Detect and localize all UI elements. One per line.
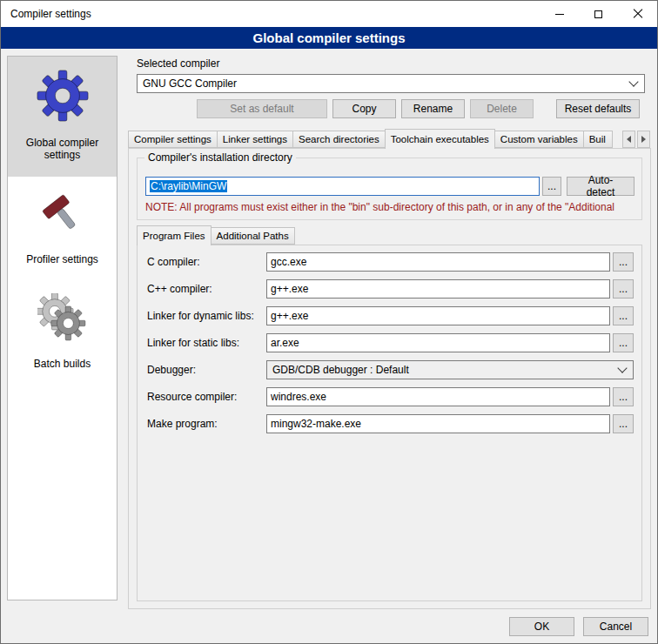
static-linker-input[interactable]	[266, 333, 610, 352]
form-row: Make program: ...	[138, 414, 641, 433]
tab-build-options-truncated[interactable]: Buil	[583, 131, 613, 148]
ok-button[interactable]: OK	[509, 617, 574, 636]
window-title: Compiler settings	[1, 8, 91, 20]
batch-builds-gears-icon	[37, 293, 88, 344]
resource-compiler-input[interactable]	[266, 387, 610, 406]
static-linker-label: Linker for static libs:	[147, 337, 239, 349]
form-row: Linker for dynamic libs: ...	[138, 306, 641, 325]
toolchain-executables-panel: Compiler's installation directory C:\ray…	[128, 148, 651, 609]
sidebar-item-profiler-settings[interactable]: Profiler settings	[8, 177, 117, 281]
cpp-compiler-input[interactable]	[266, 279, 610, 299]
installation-directory-groupbox: Compiler's installation directory C:\ray…	[137, 158, 642, 220]
profiler-hammer-icon	[37, 189, 88, 239]
browse-cpp-compiler-button[interactable]: ...	[613, 279, 634, 299]
tab-scroll-left-button[interactable]	[622, 131, 635, 148]
debugger-select[interactable]: GDB/CDB debugger : Default	[266, 360, 634, 379]
tab-scroll-buttons	[622, 131, 650, 148]
copy-button[interactable]: Copy	[332, 99, 396, 118]
browse-install-dir-button[interactable]: ...	[542, 177, 561, 196]
cancel-button[interactable]: Cancel	[583, 617, 648, 636]
form-row: C++ compiler: ...	[138, 279, 641, 299]
arrow-left-icon	[627, 136, 631, 143]
selected-compiler-label: Selected compiler	[137, 57, 219, 70]
installation-directory-input[interactable]: C:\raylib\MinGW	[145, 177, 540, 196]
browse-resource-compiler-button[interactable]: ...	[613, 387, 634, 406]
chevron-down-icon	[630, 82, 637, 85]
page-title: Global compiler settings	[1, 27, 657, 49]
browse-c-compiler-button[interactable]: ...	[613, 252, 634, 272]
arrow-right-icon	[641, 136, 646, 143]
sidebar-item-batch-builds[interactable]: Batch builds	[8, 281, 117, 386]
auto-detect-button[interactable]: Auto-detect	[567, 177, 634, 196]
tab-scroll-right-button[interactable]	[637, 131, 650, 148]
blue-gear-icon	[36, 69, 90, 123]
settings-sidebar: Global compiler settings Profiler settin…	[7, 56, 118, 600]
installation-directory-label: Compiler's installation directory	[144, 151, 296, 164]
make-program-label: Make program:	[147, 418, 218, 430]
close-icon	[633, 9, 643, 19]
browse-static-linker-button[interactable]: ...	[613, 333, 634, 352]
compiler-select-value: GNU GCC Compiler	[143, 77, 237, 90]
program-files-subtabstrip: Program Files Additional Paths	[137, 225, 295, 245]
form-row: Resource compiler: ...	[138, 387, 641, 406]
dynamic-linker-input[interactable]	[266, 306, 610, 325]
window-controls	[540, 1, 657, 27]
installation-directory-value: C:\raylib\MinGW	[150, 180, 227, 192]
rename-button[interactable]: Rename	[401, 99, 465, 118]
titlebar: Compiler settings	[1, 1, 657, 27]
compiler-select[interactable]: GNU GCC Compiler	[137, 74, 645, 93]
c-compiler-label: C compiler:	[147, 256, 200, 268]
tab-linker-settings[interactable]: Linker settings	[217, 131, 293, 148]
resource-compiler-label: Resource compiler:	[147, 391, 237, 403]
tab-custom-variables[interactable]: Custom variables	[494, 131, 584, 148]
make-program-input[interactable]	[266, 414, 610, 433]
sidebar-item-global-compiler-settings[interactable]: Global compiler settings	[8, 57, 117, 177]
browse-make-program-button[interactable]: ...	[613, 414, 634, 433]
c-compiler-input[interactable]	[266, 252, 610, 272]
debugger-select-value: GDB/CDB debugger : Default	[272, 364, 409, 376]
subtab-additional-paths[interactable]: Additional Paths	[211, 227, 295, 245]
delete-button[interactable]: Delete	[470, 99, 534, 118]
dynamic-linker-label: Linker for dynamic libs:	[147, 310, 254, 322]
maximize-button[interactable]	[579, 1, 618, 27]
minimize-button[interactable]	[540, 1, 579, 27]
cpp-compiler-label: C++ compiler:	[147, 283, 212, 295]
compiler-settings-dialog: Compiler settings Global compiler settin…	[0, 0, 658, 644]
program-files-panel: C compiler: ... C++ compiler: ... Linker…	[137, 245, 642, 601]
maximize-icon	[594, 10, 602, 18]
compiler-button-row: Set as default Copy Rename Delete Reset …	[137, 99, 640, 118]
chevron-down-icon	[619, 368, 626, 372]
close-button[interactable]	[618, 1, 657, 27]
reset-defaults-button[interactable]: Reset defaults	[556, 99, 640, 118]
tab-search-directories[interactable]: Search directories	[292, 131, 386, 148]
settings-tabstrip: Compiler settings Linker settings Search…	[128, 128, 621, 149]
browse-dynamic-linker-button[interactable]: ...	[613, 306, 634, 325]
sidebar-item-label: Batch builds	[34, 358, 91, 370]
sidebar-item-label: Global compiler settings	[10, 137, 115, 161]
tab-toolchain-executables[interactable]: Toolchain executables	[385, 129, 495, 149]
minimize-icon	[555, 14, 564, 15]
form-row: Debugger: GDB/CDB debugger : Default	[138, 360, 641, 379]
debugger-label: Debugger:	[147, 364, 196, 376]
tab-compiler-settings[interactable]: Compiler settings	[128, 131, 218, 148]
sidebar-item-label: Profiler settings	[26, 253, 98, 265]
form-row: C compiler: ...	[138, 252, 641, 272]
install-dir-note: NOTE: All programs must exist either in …	[145, 201, 641, 213]
form-row: Linker for static libs: ...	[138, 333, 641, 352]
subtab-program-files[interactable]: Program Files	[137, 225, 212, 245]
set-as-default-button[interactable]: Set as default	[197, 99, 327, 118]
